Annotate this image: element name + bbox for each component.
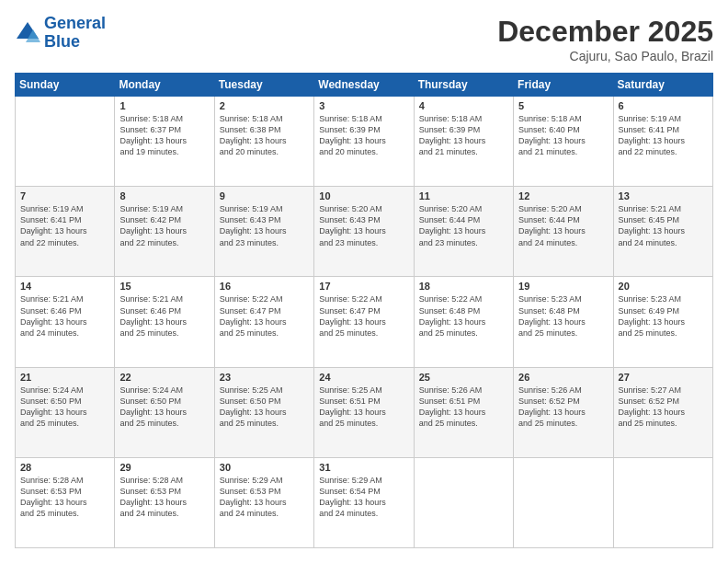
calendar-cell: 27Sunrise: 5:27 AM Sunset: 6:52 PM Dayli…: [613, 367, 712, 457]
cell-info: Sunrise: 5:20 AM Sunset: 6:43 PM Dayligh…: [319, 203, 408, 248]
logo-general: General: [44, 14, 106, 32]
cell-info: Sunrise: 5:25 AM Sunset: 6:51 PM Dayligh…: [319, 385, 408, 430]
logo-text: General Blue: [44, 15, 106, 52]
calendar-cell: 19Sunrise: 5:23 AM Sunset: 6:48 PM Dayli…: [514, 277, 613, 367]
week-row-3: 14Sunrise: 5:21 AM Sunset: 6:46 PM Dayli…: [16, 277, 713, 367]
day-number: 23: [220, 372, 309, 383]
day-number: 13: [619, 190, 708, 201]
day-number: 9: [220, 190, 309, 201]
calendar-cell: 26Sunrise: 5:26 AM Sunset: 6:52 PM Dayli…: [514, 367, 613, 457]
calendar-cell: 18Sunrise: 5:22 AM Sunset: 6:48 PM Dayli…: [414, 277, 513, 367]
calendar-cell: 7Sunrise: 5:19 AM Sunset: 6:41 PM Daylig…: [16, 187, 115, 277]
cell-info: Sunrise: 5:18 AM Sunset: 6:39 PM Dayligh…: [419, 113, 508, 158]
calendar-cell: 12Sunrise: 5:20 AM Sunset: 6:44 PM Dayli…: [514, 187, 613, 277]
week-row-1: 1Sunrise: 5:18 AM Sunset: 6:37 PM Daylig…: [16, 97, 713, 187]
day-number: 28: [20, 462, 109, 473]
calendar-cell: 10Sunrise: 5:20 AM Sunset: 6:43 PM Dayli…: [314, 187, 414, 277]
weekday-header-saturday: Saturday: [613, 74, 712, 97]
day-number: 4: [419, 100, 508, 111]
day-number: 11: [419, 190, 508, 201]
week-row-5: 28Sunrise: 5:28 AM Sunset: 6:53 PM Dayli…: [16, 457, 713, 547]
calendar-cell: [613, 457, 712, 547]
cell-info: Sunrise: 5:18 AM Sunset: 6:38 PM Dayligh…: [220, 113, 309, 158]
calendar-cell: 6Sunrise: 5:19 AM Sunset: 6:41 PM Daylig…: [613, 97, 712, 187]
cell-info: Sunrise: 5:19 AM Sunset: 6:41 PM Dayligh…: [20, 203, 109, 248]
day-number: 8: [119, 190, 209, 201]
calendar-cell: 29Sunrise: 5:28 AM Sunset: 6:53 PM Dayli…: [115, 457, 214, 547]
calendar-cell: 31Sunrise: 5:29 AM Sunset: 6:54 PM Dayli…: [314, 457, 414, 547]
calendar-cell: 4Sunrise: 5:18 AM Sunset: 6:39 PM Daylig…: [414, 97, 513, 187]
location: Cajuru, Sao Paulo, Brazil: [497, 49, 713, 63]
day-number: 16: [220, 281, 309, 292]
cell-info: Sunrise: 5:22 AM Sunset: 6:47 PM Dayligh…: [220, 293, 309, 339]
cell-info: Sunrise: 5:26 AM Sunset: 6:51 PM Dayligh…: [419, 385, 508, 430]
cell-info: Sunrise: 5:27 AM Sunset: 6:52 PM Dayligh…: [619, 385, 708, 430]
day-number: 12: [518, 190, 608, 201]
day-number: 7: [20, 190, 109, 201]
weekday-header-sunday: Sunday: [16, 74, 115, 97]
calendar-cell: 28Sunrise: 5:28 AM Sunset: 6:53 PM Dayli…: [16, 457, 115, 547]
calendar-cell: 30Sunrise: 5:29 AM Sunset: 6:53 PM Dayli…: [214, 457, 313, 547]
cell-info: Sunrise: 5:21 AM Sunset: 6:45 PM Dayligh…: [619, 203, 708, 248]
cell-info: Sunrise: 5:18 AM Sunset: 6:37 PM Dayligh…: [119, 113, 209, 158]
day-number: 24: [319, 372, 408, 383]
calendar-cell: [514, 457, 613, 547]
calendar-cell: 25Sunrise: 5:26 AM Sunset: 6:51 PM Dayli…: [414, 367, 513, 457]
calendar-cell: 15Sunrise: 5:21 AM Sunset: 6:46 PM Dayli…: [115, 277, 214, 367]
day-number: 21: [20, 372, 109, 383]
day-number: 27: [619, 372, 708, 383]
month-title: December 2025: [497, 15, 713, 49]
logo-icon: [15, 20, 40, 46]
weekday-header-monday: Monday: [115, 74, 214, 97]
cell-info: Sunrise: 5:26 AM Sunset: 6:52 PM Dayligh…: [518, 385, 608, 430]
cell-info: Sunrise: 5:22 AM Sunset: 6:48 PM Dayligh…: [419, 293, 508, 339]
cell-info: Sunrise: 5:28 AM Sunset: 6:53 PM Dayligh…: [119, 475, 209, 520]
calendar-cell: 17Sunrise: 5:22 AM Sunset: 6:47 PM Dayli…: [314, 277, 414, 367]
day-number: 18: [419, 281, 508, 292]
calendar-cell: 14Sunrise: 5:21 AM Sunset: 6:46 PM Dayli…: [16, 277, 115, 367]
cell-info: Sunrise: 5:21 AM Sunset: 6:46 PM Dayligh…: [119, 293, 209, 339]
calendar-body: 1Sunrise: 5:18 AM Sunset: 6:37 PM Daylig…: [16, 97, 713, 548]
calendar-cell: 5Sunrise: 5:18 AM Sunset: 6:40 PM Daylig…: [514, 97, 613, 187]
calendar-cell: 24Sunrise: 5:25 AM Sunset: 6:51 PM Dayli…: [314, 367, 414, 457]
day-number: 26: [518, 372, 608, 383]
day-number: 10: [319, 190, 408, 201]
day-number: 6: [619, 100, 708, 111]
weekday-header-row: SundayMondayTuesdayWednesdayThursdayFrid…: [16, 74, 713, 97]
cell-info: Sunrise: 5:25 AM Sunset: 6:50 PM Dayligh…: [220, 385, 309, 430]
cell-info: Sunrise: 5:23 AM Sunset: 6:48 PM Dayligh…: [518, 293, 608, 339]
cell-info: Sunrise: 5:20 AM Sunset: 6:44 PM Dayligh…: [518, 203, 608, 248]
day-number: 19: [518, 281, 608, 292]
week-row-4: 21Sunrise: 5:24 AM Sunset: 6:50 PM Dayli…: [16, 367, 713, 457]
day-number: 3: [319, 100, 408, 111]
calendar-cell: 21Sunrise: 5:24 AM Sunset: 6:50 PM Dayli…: [16, 367, 115, 457]
calendar-table: SundayMondayTuesdayWednesdayThursdayFrid…: [15, 73, 713, 548]
day-number: 5: [518, 100, 608, 111]
weekday-header-wednesday: Wednesday: [314, 74, 414, 97]
calendar-cell: 3Sunrise: 5:18 AM Sunset: 6:39 PM Daylig…: [314, 97, 414, 187]
cell-info: Sunrise: 5:20 AM Sunset: 6:44 PM Dayligh…: [419, 203, 508, 248]
cell-info: Sunrise: 5:19 AM Sunset: 6:43 PM Dayligh…: [220, 203, 309, 248]
calendar-cell: [16, 97, 115, 187]
day-number: 2: [220, 100, 309, 111]
cell-info: Sunrise: 5:22 AM Sunset: 6:47 PM Dayligh…: [319, 293, 408, 339]
logo-blue: Blue: [44, 32, 80, 51]
page: General Blue December 2025 Cajuru, Sao P…: [0, 0, 728, 563]
header: General Blue December 2025 Cajuru, Sao P…: [15, 15, 713, 63]
day-number: 20: [619, 281, 708, 292]
calendar-cell: 9Sunrise: 5:19 AM Sunset: 6:43 PM Daylig…: [214, 187, 313, 277]
cell-info: Sunrise: 5:29 AM Sunset: 6:54 PM Dayligh…: [319, 475, 408, 520]
cell-info: Sunrise: 5:24 AM Sunset: 6:50 PM Dayligh…: [119, 385, 209, 430]
weekday-header-friday: Friday: [514, 74, 613, 97]
calendar-cell: 8Sunrise: 5:19 AM Sunset: 6:42 PM Daylig…: [115, 187, 214, 277]
day-number: 14: [20, 281, 109, 292]
day-number: 29: [119, 462, 209, 473]
week-row-2: 7Sunrise: 5:19 AM Sunset: 6:41 PM Daylig…: [16, 187, 713, 277]
day-number: 30: [220, 462, 309, 473]
calendar-cell: [414, 457, 513, 547]
calendar-cell: 13Sunrise: 5:21 AM Sunset: 6:45 PM Dayli…: [613, 187, 712, 277]
calendar-cell: 2Sunrise: 5:18 AM Sunset: 6:38 PM Daylig…: [214, 97, 313, 187]
cell-info: Sunrise: 5:21 AM Sunset: 6:46 PM Dayligh…: [20, 293, 109, 339]
weekday-header-thursday: Thursday: [414, 74, 513, 97]
cell-info: Sunrise: 5:23 AM Sunset: 6:49 PM Dayligh…: [619, 293, 708, 339]
